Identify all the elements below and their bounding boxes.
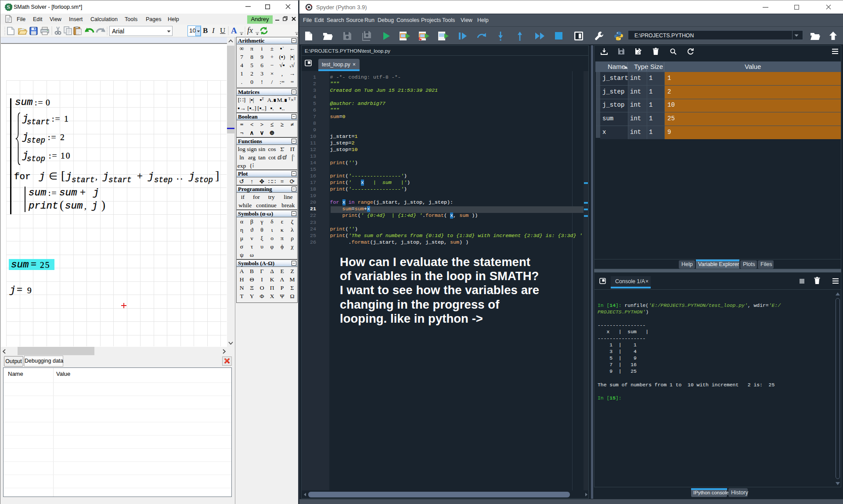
svg-text:S: S [7, 4, 10, 10]
